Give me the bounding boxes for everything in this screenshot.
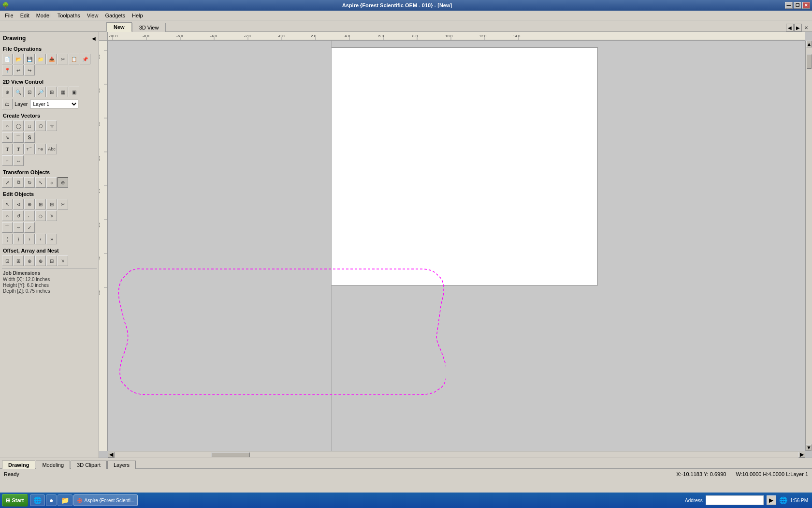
skew-tool-button[interactable]: ⟐ [46,177,57,188]
view-sheet-button[interactable]: ▦ [58,87,68,97]
cut-button[interactable]: ✂ [58,54,68,64]
open-file-button[interactable]: 📂 [13,54,24,64]
bracket2-button[interactable]: ⟩ [13,234,24,244]
menu-gadgets[interactable]: Gadgets [102,12,128,19]
scroll-left-button[interactable]: ◀ [108,452,115,458]
tab-prev-button[interactable]: ◀ [786,24,794,31]
menu-toolpaths[interactable]: Toolpaths [55,12,83,19]
taskbar-chrome-button[interactable]: ● [46,494,57,506]
tangent-button[interactable]: ✳ [46,210,57,221]
chevron3-button[interactable]: » [46,234,57,244]
tab-3d-view[interactable]: 3D View [132,23,166,32]
paste-pos-button[interactable]: 📍 [2,65,13,75]
address-input[interactable] [706,495,764,505]
start-button[interactable]: ⊞ Start [2,494,28,507]
bezier-tool-button[interactable]: ∿ [2,132,13,143]
view-all-button[interactable]: ⊞ [46,87,57,97]
scroll-thumb[interactable] [807,54,812,69]
copy-button[interactable]: 📋 [69,54,79,64]
corner-button[interactable]: ⌐ [24,210,35,221]
scrollbar-bottom[interactable]: ◀ ▶ [108,451,805,458]
tab-3d-clipart[interactable]: 3D Clipart [71,461,107,469]
close-button[interactable]: ✕ [802,2,810,9]
scroll-right-button[interactable]: ▶ [798,452,805,458]
select-tool-button[interactable]: ↖ [2,199,13,209]
taskbar-ie-button[interactable]: 🌐 [30,494,45,506]
panel-collapse-button[interactable]: ◀ [92,36,96,41]
open-recent-button[interactable]: 📁 [35,54,46,64]
group-button[interactable]: ⊞ [35,199,46,209]
restore-button[interactable]: ❐ [794,2,801,9]
node-edit-button[interactable]: ⊲ [13,199,24,209]
matrix-button[interactable]: ⊟ [46,255,57,266]
taskbar-aspire-button[interactable]: ⊕ Aspire {Forest Scienti... [73,494,138,506]
zoom-fit-button[interactable]: ⊕ [2,87,13,97]
menu-view[interactable]: View [84,12,102,19]
spiral-tool-button[interactable]: S [24,132,35,143]
arc3-button[interactable]: ✓ [24,222,35,233]
tab-new[interactable]: New [106,22,132,32]
arc1-button[interactable]: ⌒ [2,222,13,233]
array-button[interactable]: ⊞ [13,255,24,266]
star-tool-button[interactable]: ☆ [46,120,57,131]
move-tool-button[interactable]: ⤢ [2,177,13,188]
menu-model[interactable]: Model [33,12,54,19]
mirror-tool-button[interactable]: ⧉ [13,177,24,188]
weld-button[interactable]: ○ [2,210,13,221]
offset-options-button[interactable]: ✳ [58,255,68,266]
tab-drawing[interactable]: Drawing [2,461,35,469]
scale-tool-button[interactable]: ⤡ [35,177,46,188]
zoom-out-button[interactable]: 🔎 [35,87,46,97]
offset-button[interactable]: ⊡ [2,255,13,266]
address-go-button[interactable]: ▶ [767,495,776,505]
chevron2-button[interactable]: ‹ [35,234,46,244]
save-file-button[interactable]: 💾 [24,54,35,64]
insert-node-button[interactable]: ⊕ [24,199,35,209]
ellipse-tool-button[interactable]: ◯ [13,120,24,131]
zoom-in-button[interactable]: 🔍 [13,87,24,97]
minimize-button[interactable]: — [785,2,793,9]
text-tool-button[interactable]: T [2,144,13,154]
line2-tool-button[interactable]: ↔ [13,155,24,166]
trim-button[interactable]: ✂ [58,199,68,209]
bracket1-button[interactable]: ⟨ [2,234,13,244]
zoom-box-button[interactable]: ⊡ [24,87,35,97]
tab-modeling[interactable]: Modeling [36,461,70,469]
new-file-button[interactable]: 📄 [2,54,13,64]
tab-layers[interactable]: Layers [107,461,136,469]
tab-close-button[interactable]: ✕ [802,24,810,31]
polygon-tool-button[interactable]: ⬡ [35,120,46,131]
scrollbar-right[interactable]: ▲ ▼ [805,41,812,451]
scroll-up-button[interactable]: ▲ [806,41,812,47]
line1-tool-button[interactable]: ⌐ [2,155,13,166]
symmetry-button[interactable]: ◇ [35,210,46,221]
taskbar-explorer-button[interactable]: 📁 [58,494,72,506]
layer-icon-button[interactable]: 🗂 [2,99,13,109]
redo-button[interactable]: ↪ [24,65,35,75]
view-3d-button[interactable]: ▣ [69,87,79,97]
text-wrap-button[interactable]: T⌒ [24,144,35,154]
chevron1-button[interactable]: › [24,234,35,244]
rectangle-tool-button[interactable]: □ [24,120,35,131]
undo-button[interactable]: ↩ [13,65,24,75]
menu-help[interactable]: Help [129,12,146,19]
text-options-button[interactable]: T⊕ [35,144,46,154]
ungroup-button[interactable]: ⊟ [46,199,57,209]
nest-button[interactable]: ⊕ [24,255,35,266]
layer-select[interactable]: Layer 1 [30,100,78,108]
paste-button[interactable]: 📌 [80,54,90,64]
smooth-button[interactable]: ↺ [13,210,24,221]
canvas-viewport[interactable] [108,41,805,451]
arc2-button[interactable]: ⌣ [13,222,24,233]
rotate-tool-button[interactable]: ↻ [24,177,35,188]
text-style-button[interactable]: Abc [46,144,57,154]
step-repeat-button[interactable]: ⊚ [35,255,46,266]
menu-file[interactable]: File [2,12,16,19]
scroll-thumb-h[interactable] [211,452,250,457]
scroll-down-button[interactable]: ▼ [806,444,812,451]
text-curve-button[interactable]: T [13,144,24,154]
tab-next-button[interactable]: ▶ [794,24,802,31]
align-tool-button[interactable]: ⊕ [58,177,68,188]
circle-tool-button[interactable]: ○ [2,120,13,131]
curve-tool-button[interactable]: ⌒ [13,132,24,143]
